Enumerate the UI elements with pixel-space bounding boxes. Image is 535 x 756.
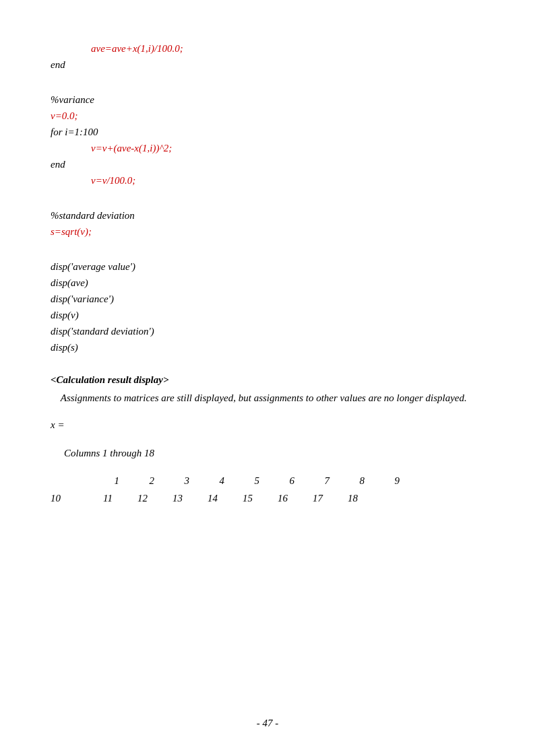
code-line-disp-v: disp(v) [51, 307, 484, 323]
num-5: 5 [224, 473, 259, 490]
code-line-for-i: for i=1:100 [51, 124, 484, 140]
code-line-disp-avg-label: disp('average value') [51, 259, 484, 275]
num-2: 2 [119, 473, 154, 490]
num-7: 7 [294, 473, 329, 490]
num-11: 11 [77, 490, 113, 508]
num-18: 18 [323, 490, 358, 508]
code-line-disp-std-label: disp('standard deviation') [51, 323, 484, 339]
num-10: 10 [51, 490, 77, 508]
num-9: 9 [365, 473, 400, 490]
code-line-variance-comment: %variance [51, 92, 484, 108]
result-text: Assignments to matrices are still displa… [51, 390, 484, 406]
code-line-disp-var-label: disp('variance') [51, 291, 484, 307]
code-line-end2: end [51, 156, 484, 172]
num-6: 6 [259, 473, 294, 490]
code-line-disp-ave: disp(ave) [51, 275, 484, 291]
code-std-dev: %standard deviation s=sqrt(v); [51, 207, 484, 240]
output-row2: 10 11 12 13 14 15 16 17 18 [51, 490, 484, 508]
num-16: 16 [253, 490, 288, 508]
num-4: 4 [189, 473, 224, 490]
result-heading: <Calculation result display> [51, 374, 484, 386]
num-3: 3 [154, 473, 189, 490]
code-loop1: ave=ave+x(1,i)/100.0; end [51, 40, 484, 73]
code-line-std-comment: %standard deviation [51, 207, 484, 224]
page: ave=ave+x(1,i)/100.0; end %variance v=0.… [0, 0, 535, 756]
page-number: - 47 - [0, 718, 535, 729]
num-17: 17 [288, 490, 323, 508]
code-line-v-div: v=v/100.0; [51, 172, 484, 188]
num-13: 13 [148, 490, 183, 508]
output-columns-label: Columns 1 through 18 [51, 445, 484, 462]
num-8: 8 [329, 473, 365, 490]
code-line-v-init: v=0.0; [51, 108, 484, 124]
output-numbers: 1 2 3 4 5 6 7 8 9 10 11 12 13 14 15 16 1… [51, 473, 484, 507]
code-line-end1: end [51, 57, 484, 73]
code-disp: disp('average value') disp(ave) disp('va… [51, 259, 484, 355]
code-line-v-calc: v=v+(ave-x(1,i))^2; [51, 140, 484, 156]
num-12: 12 [113, 490, 148, 508]
code-line-disp-s: disp(s) [51, 339, 484, 355]
num-1: 1 [84, 473, 119, 490]
num-14: 14 [183, 490, 218, 508]
code-line-s-calc: s=sqrt(v); [51, 224, 484, 240]
output-row1: 1 2 3 4 5 6 7 8 9 [51, 473, 484, 490]
num-15: 15 [218, 490, 253, 508]
output-x-label: x = [51, 417, 484, 434]
code-line-ave: ave=ave+x(1,i)/100.0; [51, 40, 484, 57]
code-variance: %variance v=0.0; for i=1:100 v=v+(ave-x(… [51, 92, 484, 188]
